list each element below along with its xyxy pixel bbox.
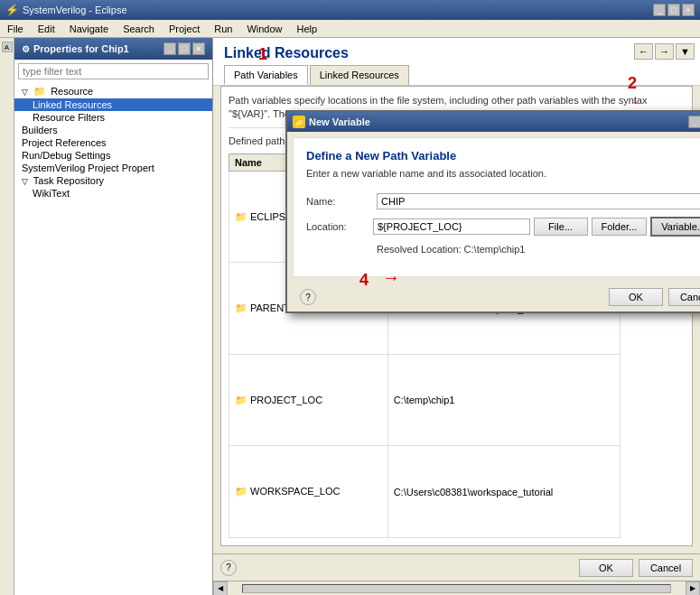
app-icon: ⚡ — [5, 4, 19, 16]
tree-item-project-references[interactable]: Project References — [14, 136, 212, 149]
resolved-location: Resolved Location: C:\temp\chip1 — [306, 244, 700, 255]
tree-item-task-repo[interactable]: ▽ Task Repository — [14, 174, 212, 187]
dialog-subtitle: Enter a new variable name and its associ… — [306, 168, 700, 179]
tree-item-resource-filters[interactable]: Resource Filters — [14, 111, 212, 124]
minimize-button[interactable]: _ — [653, 4, 666, 16]
variable-button[interactable]: Variable... — [650, 217, 700, 237]
dialog-cancel-button[interactable]: Cancel — [668, 288, 700, 306]
dialog-title-text: New Variable — [309, 116, 370, 127]
panel-minimize[interactable]: _ — [163, 42, 176, 55]
name-field-row: Name: — [306, 193, 700, 209]
dialog-title-icon: 📁 — [293, 116, 305, 128]
tree-item-sv-project[interactable]: SystemVerilog Project Propert — [14, 162, 212, 174]
menu-file[interactable]: File — [4, 23, 27, 35]
tree: ▽ 📁 Resource Linked Resources ← Resource… — [14, 83, 212, 595]
right-panel: ← → ▼ 2 ↓ 1 Linked Resources Path Variab… — [213, 38, 700, 595]
panel-maximize[interactable]: □ — [178, 42, 191, 55]
properties-panel-title: ⚙ Properties for Chip1 _ □ × — [14, 38, 212, 60]
strip-btn-1[interactable]: A — [2, 42, 13, 52]
tree-item-builders[interactable]: Builders — [14, 124, 212, 136]
dialog-main-title: Define a New Path Variable — [306, 149, 700, 163]
app-title: SystemVerilog - Eclipse — [23, 5, 127, 15]
location-field-row: Location: File... Folder... Variable... — [306, 217, 700, 237]
menu-window[interactable]: Window — [243, 23, 285, 35]
filter-input[interactable] — [18, 63, 209, 79]
dialog-help-button[interactable]: ? — [300, 289, 316, 305]
tree-item-linked-resources[interactable]: Linked Resources ← — [14, 98, 212, 111]
maximize-button[interactable]: □ — [667, 4, 680, 16]
folder-icon: 📁 — [33, 86, 46, 97]
menu-bar: File Edit Navigate Search Project Run Wi… — [0, 20, 700, 38]
location-input[interactable] — [373, 218, 530, 235]
properties-title-text: Properties for Chip1 — [33, 43, 129, 54]
menu-help[interactable]: Help — [294, 23, 322, 35]
folder-button[interactable]: Folder... — [592, 218, 648, 236]
dialog-ok-button[interactable]: OK — [609, 288, 663, 306]
dialog-title-bar: 📁 New Variable _ □ × — [287, 112, 700, 132]
properties-panel: ⚙ Properties for Chip1 _ □ × ▽ 📁 Resourc… — [14, 38, 213, 595]
dialog-overlay: 📁 New Variable _ □ × Define a New Path V… — [213, 38, 700, 595]
name-input[interactable] — [377, 193, 700, 209]
file-button[interactable]: File... — [534, 218, 588, 236]
tree-item-wikitext[interactable]: WikiText — [14, 187, 212, 200]
menu-navigate[interactable]: Navigate — [66, 23, 112, 35]
properties-icon: ⚙ — [22, 44, 30, 54]
location-label: Location: — [306, 221, 369, 232]
panel-close[interactable]: × — [192, 42, 205, 55]
menu-search[interactable]: Search — [119, 23, 158, 35]
tree-item-run-debug[interactable]: Run/Debug Settings — [14, 149, 212, 162]
dialog-footer: ? OK Cancel — [287, 283, 700, 311]
left-strip: A — [0, 38, 14, 595]
dialog-body: Define a New Path Variable Enter a new v… — [293, 137, 700, 277]
menu-project[interactable]: Project — [165, 23, 203, 35]
close-button[interactable]: × — [682, 4, 695, 16]
tree-item-resource[interactable]: ▽ 📁 Resource — [14, 85, 212, 98]
name-label: Name: — [306, 196, 369, 207]
new-variable-dialog: 📁 New Variable _ □ × Define a New Path V… — [285, 110, 700, 313]
menu-run[interactable]: Run — [210, 23, 236, 35]
title-bar: ⚡ SystemVerilog - Eclipse _ □ × — [0, 0, 700, 20]
menu-edit[interactable]: Edit — [34, 23, 59, 35]
dialog-minimize[interactable]: _ — [688, 116, 700, 128]
